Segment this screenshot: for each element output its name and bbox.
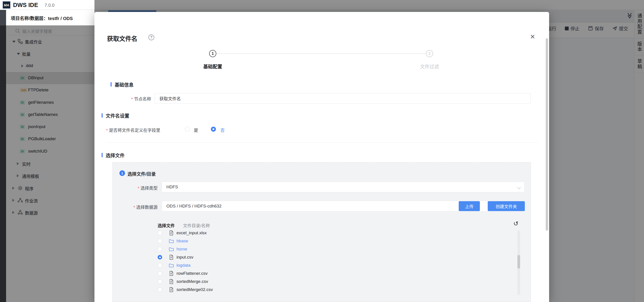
radio-unselected[interactable] — [158, 271, 162, 276]
folder-icon — [169, 263, 174, 268]
section-accent-bar — [111, 82, 112, 87]
node-name-value: 获取文件名 — [160, 95, 181, 102]
bright-top-left: MA DWS IDE 7.0.0 项目名称/数据层：testfr / ODS — [0, 0, 94, 26]
datasource-select-value: ODS / HDFS / HDFS-cdh632 — [166, 204, 222, 209]
radio-selected[interactable] — [158, 255, 162, 259]
panel-title: 选择文件/目录 — [128, 171, 156, 177]
datasource-select[interactable]: ODS / HDFS / HDFS-cdh632 — [162, 201, 510, 211]
section-basic-info: 基础信息 — [111, 82, 134, 87]
file-row-rowFlattener.csv[interactable]: rowFlattener.csv — [113, 269, 495, 277]
step-2-label: 文件过滤 — [407, 63, 452, 70]
modal-scrollbar-thumb[interactable] — [546, 38, 548, 231]
radio-no-label[interactable]: 否 — [220, 127, 225, 133]
section-divider — [106, 142, 538, 143]
radio-unselected[interactable] — [158, 287, 162, 292]
file-icon — [169, 255, 174, 260]
file-row-input.csv[interactable]: input.csv — [113, 253, 495, 261]
top-bar-left: MA DWS IDE 7.0.0 — [0, 0, 94, 10]
step-2-circle[interactable]: 2 — [426, 50, 433, 57]
radio-yes-label[interactable]: 是 — [194, 127, 198, 133]
file-name: rowFlattener.csv — [176, 271, 208, 276]
step-1-number: 1 — [212, 51, 214, 56]
folder-icon — [169, 247, 174, 252]
get-filename-modal: 获取文件名 ? × 1 2 基础配置 文件过滤 基础信息 节点名称 获取文件名 … — [94, 12, 549, 302]
upload-button[interactable]: 上传 — [459, 201, 480, 211]
radio-unselected[interactable] — [158, 279, 162, 284]
project-datalayer-title: 项目名称/数据层：testfr / ODS — [11, 15, 73, 21]
datasource-label: 选择数据源 — [122, 204, 158, 210]
app-title: DWS IDE — [13, 2, 38, 9]
file-icon — [169, 271, 174, 276]
left-strip-top — [0, 10, 6, 26]
file-name: sortedMerge.csv — [176, 279, 208, 284]
radio-yes[interactable] — [185, 127, 190, 132]
radio-no[interactable] — [211, 127, 216, 132]
folder-icon — [169, 238, 174, 243]
file-dir-header: 文件目录/名称 — [183, 222, 210, 228]
undo-icon[interactable]: ↺ — [513, 220, 518, 227]
file-list-scrollbar-thumb[interactable] — [518, 255, 520, 269]
file-row-excel_input.xlsx[interactable]: excel_input.xlsx — [113, 229, 495, 237]
section-filename: 文件名设置 — [102, 113, 129, 118]
radio-unselected[interactable] — [158, 239, 162, 243]
section-filename-title: 文件名设置 — [106, 112, 129, 119]
app-logo: MA — [3, 1, 10, 9]
node-name-input[interactable]: 获取文件名 — [155, 93, 531, 104]
panel-step-badge: 1 — [120, 170, 125, 176]
file-icon — [169, 287, 174, 292]
file-name[interactable]: logdata — [176, 263, 190, 268]
radio-unselected[interactable] — [158, 247, 162, 251]
app-version: 7.0.0 — [44, 3, 54, 8]
file-name[interactable]: hbase — [176, 238, 188, 243]
section-select-file: 选择文件 — [102, 152, 124, 158]
type-select-value: HDFS — [166, 185, 178, 189]
file-select-header: 选择文件 — [158, 222, 175, 228]
close-icon[interactable]: × — [530, 33, 535, 41]
node-name-label: 节点名称 — [108, 96, 151, 102]
file-name[interactable]: home — [176, 247, 187, 252]
section-accent-bar — [102, 113, 102, 118]
filename-question-label: 是否将文件名定义在字段里 — [106, 127, 160, 133]
section-basic-title: 基础信息 — [115, 81, 134, 88]
file-icon — [169, 230, 174, 235]
file-row-sortedMerge.csv[interactable]: sortedMerge.csv — [113, 277, 495, 285]
radio-unselected[interactable] — [158, 231, 162, 235]
step-1-circle[interactable]: 1 — [209, 50, 216, 57]
modal-title: 获取文件名 — [107, 34, 138, 43]
file-name: excel_input.xlsx — [176, 230, 207, 235]
section-select-file-title: 选择文件 — [106, 152, 124, 158]
help-icon[interactable]: ? — [148, 35, 154, 40]
file-row-sortedMerge02.csv[interactable]: sortedMerge02.csv — [113, 285, 495, 294]
file-name: sortedMerge02.csv — [176, 287, 213, 292]
create-folder-button[interactable]: 创建文件夹 — [488, 201, 525, 211]
chevron-down-icon — [518, 186, 521, 189]
type-select[interactable]: HDFS — [162, 182, 524, 192]
section-accent-bar — [102, 153, 102, 157]
file-row-home[interactable]: home — [113, 245, 495, 253]
type-label: 选择类型 — [126, 185, 158, 191]
file-directory-panel: 1 选择文件/目录 选择类型 HDFS 选择数据源 ODS / HDFS / H… — [112, 162, 531, 302]
file-row-hbase[interactable]: hbase — [113, 237, 495, 245]
file-name: input.csv — [176, 255, 194, 260]
radio-unselected[interactable] — [158, 263, 162, 267]
step-connector — [217, 53, 426, 54]
file-icon — [169, 279, 174, 284]
step-2-number: 2 — [428, 51, 430, 56]
step-1-label: 基础配置 — [190, 63, 235, 70]
file-row-logdata[interactable]: logdata — [113, 261, 495, 269]
